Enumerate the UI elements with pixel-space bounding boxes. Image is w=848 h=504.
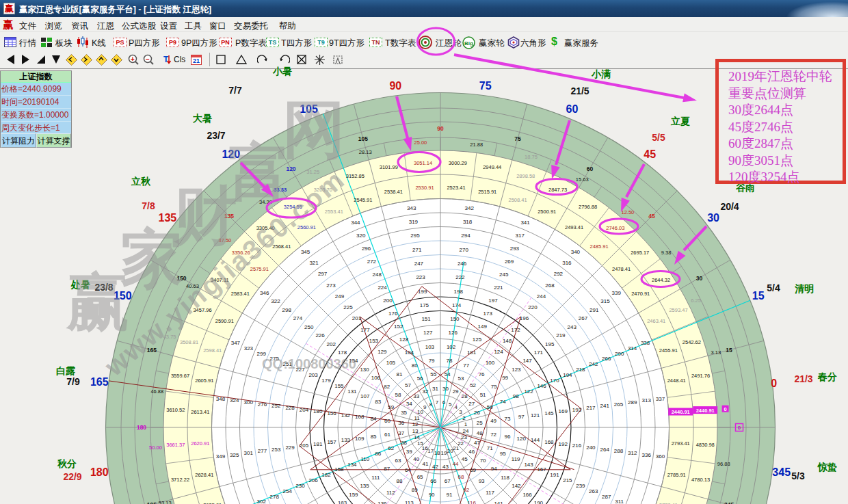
svg-text:195: 195 (545, 341, 555, 347)
svg-text:0: 0 (738, 425, 741, 431)
svg-text:151: 151 (421, 316, 431, 322)
svg-text:166: 166 (522, 492, 532, 498)
svg-text:63: 63 (395, 457, 401, 464)
svg-text:183: 183 (338, 500, 347, 504)
svg-text:100: 100 (486, 360, 495, 366)
svg-text:348: 348 (216, 396, 226, 402)
svg-text:小满: 小满 (591, 68, 611, 79)
svg-text:68: 68 (458, 474, 464, 480)
svg-text:67: 67 (445, 478, 451, 484)
svg-text:105: 105 (358, 135, 368, 142)
svg-text:0: 0 (771, 377, 777, 389)
svg-text:66: 66 (430, 478, 436, 484)
svg-text:2583.41: 2583.41 (231, 291, 250, 297)
svg-text:1: 1 (464, 421, 468, 427)
svg-text:28.13: 28.13 (359, 149, 372, 155)
svg-text:18: 18 (434, 450, 440, 456)
svg-text:228: 228 (285, 405, 295, 411)
svg-text:173: 173 (483, 310, 493, 317)
svg-text:175: 175 (420, 302, 429, 308)
svg-text:104: 104 (405, 349, 414, 356)
svg-text:319: 319 (409, 219, 419, 225)
svg-text:220: 220 (528, 304, 538, 310)
svg-text:271: 271 (412, 247, 422, 253)
svg-text:4830.98: 4830.98 (696, 442, 715, 448)
svg-text:28: 28 (462, 393, 468, 399)
svg-text:34: 34 (406, 401, 412, 407)
svg-text:43: 43 (442, 464, 449, 470)
svg-text:203: 203 (308, 372, 318, 378)
svg-text:76: 76 (479, 371, 485, 377)
svg-text:95: 95 (500, 451, 506, 457)
svg-text:19: 19 (440, 450, 447, 456)
svg-text:345: 345 (301, 249, 310, 255)
svg-text:QQ:100800360: QQ:100800360 (262, 356, 356, 371)
svg-text:75: 75 (479, 80, 492, 92)
svg-text:206: 206 (308, 477, 318, 483)
svg-text:21.88: 21.88 (470, 142, 483, 148)
svg-text:秋分: 秋分 (57, 458, 77, 469)
svg-text:13: 13 (412, 428, 419, 434)
svg-text:2463.41: 2463.41 (647, 318, 665, 324)
svg-text:24: 24 (462, 428, 468, 434)
svg-text:199: 199 (418, 289, 427, 295)
svg-text:21/3: 21/3 (794, 373, 812, 384)
svg-text:221: 221 (494, 284, 503, 291)
svg-text:105: 105 (386, 360, 396, 366)
svg-text:316: 316 (562, 260, 572, 266)
svg-text:8: 8 (429, 401, 432, 408)
svg-text:344: 344 (351, 220, 360, 226)
svg-text:2530.91: 2530.91 (415, 185, 434, 191)
svg-text:315: 315 (600, 298, 610, 304)
svg-text:205: 205 (300, 442, 309, 449)
svg-text:245: 245 (499, 271, 509, 278)
svg-text:40: 40 (413, 456, 419, 462)
svg-text:360: 360 (656, 453, 665, 460)
svg-text:170: 170 (550, 377, 559, 384)
svg-text:45: 45 (462, 456, 468, 462)
svg-text:26: 26 (474, 410, 480, 416)
svg-text:75: 75 (491, 384, 497, 390)
svg-text:2538.41: 2538.41 (384, 189, 403, 195)
svg-text:128: 128 (399, 336, 409, 343)
svg-text:180: 180 (313, 408, 323, 414)
svg-text:9: 9 (423, 404, 427, 410)
svg-text:2485.91: 2485.91 (590, 243, 609, 250)
svg-text:264: 264 (600, 447, 610, 453)
svg-text:217: 217 (586, 405, 596, 411)
svg-text:225: 225 (343, 304, 353, 310)
svg-text:2605.91: 2605.91 (195, 377, 213, 384)
svg-text:241: 241 (600, 403, 610, 409)
svg-text:270: 270 (460, 247, 469, 253)
svg-text:108: 108 (355, 414, 365, 420)
svg-text:50: 50 (487, 404, 493, 410)
svg-text:94: 94 (491, 466, 497, 472)
svg-text:131: 131 (347, 388, 357, 395)
svg-text:52: 52 (470, 382, 476, 388)
svg-text:143: 143 (524, 462, 533, 468)
svg-text:252: 252 (271, 403, 281, 409)
svg-text:153: 153 (369, 338, 379, 344)
svg-text:75: 75 (514, 135, 521, 142)
svg-text:318: 318 (463, 219, 473, 225)
svg-text:4780.13: 4780.13 (691, 477, 710, 483)
svg-text:3051.14: 3051.14 (414, 160, 432, 166)
svg-text:立秋: 立秋 (131, 176, 151, 187)
svg-text:25.00: 25.00 (414, 140, 427, 146)
svg-text:白露: 白露 (56, 365, 76, 376)
svg-text:300: 300 (244, 399, 254, 406)
svg-text:144: 144 (531, 437, 540, 443)
svg-text:2628.41: 2628.41 (195, 472, 213, 478)
svg-text:2847.73: 2847.73 (548, 187, 567, 193)
svg-text:32: 32 (422, 388, 428, 395)
svg-text:198: 198 (454, 289, 464, 295)
svg-text:343: 343 (407, 205, 416, 211)
svg-text:109: 109 (355, 436, 365, 442)
svg-text:65: 65 (417, 474, 423, 480)
svg-text:126: 126 (449, 330, 458, 336)
svg-text:80: 80 (412, 362, 418, 369)
svg-text:273: 273 (326, 282, 336, 289)
svg-text:7: 7 (436, 399, 439, 406)
svg-text:30: 30 (707, 212, 719, 224)
svg-text:337: 337 (656, 396, 665, 402)
